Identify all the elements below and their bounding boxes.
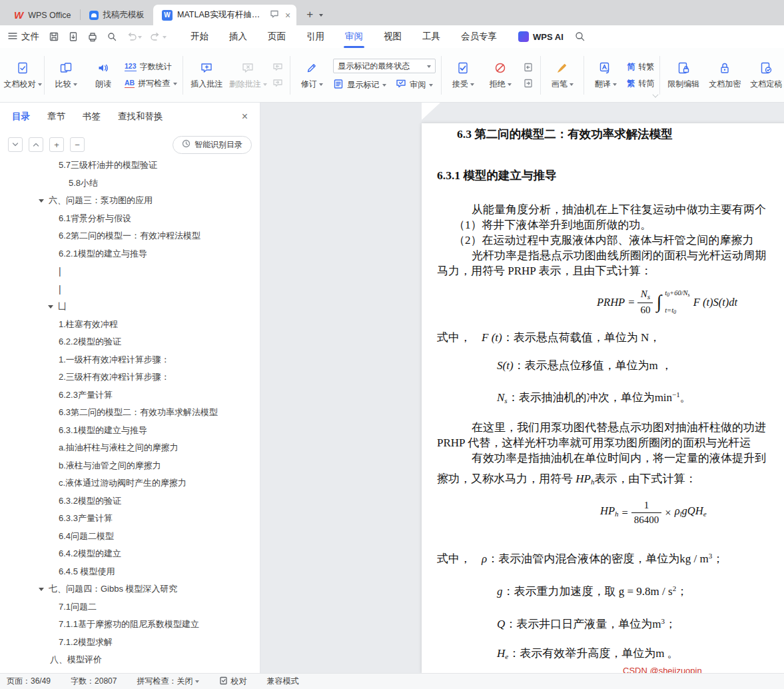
save-icon[interactable] [49, 31, 59, 42]
accept-button[interactable]: 接受 [444, 61, 482, 90]
menu-tab-0[interactable]: 开始 [189, 25, 210, 48]
close-tab-icon[interactable]: × [285, 10, 290, 21]
encrypt-document-button[interactable]: 文档加密 [704, 61, 745, 90]
toc-item[interactable]: 1.一级杆有效冲程计算步骤： [0, 351, 260, 369]
show-markup-button[interactable]: 显示标记 [333, 79, 386, 91]
toc-item[interactable]: 6.2.3产量计算 [0, 386, 260, 404]
compat-mode-status[interactable]: 兼容模式 [266, 676, 298, 687]
to-simplified-button[interactable]: 繁 转简 [627, 78, 654, 89]
writer-doc-icon: W [162, 10, 173, 21]
toc-item[interactable]: 7.1问题二 [0, 598, 260, 616]
toc-item[interactable]: 6.2.1模型的建立与推导 [0, 245, 260, 263]
print-icon[interactable] [87, 31, 98, 42]
tab-list-chevron-icon[interactable] [319, 14, 323, 19]
tab-chapters[interactable]: 章节 [47, 111, 65, 123]
insert-comment-button[interactable]: 插入批注 [186, 61, 227, 90]
delete-comment-button[interactable]: 删除批注 [227, 61, 268, 90]
markup-state-select[interactable]: 显示标记的最终状态 [333, 59, 436, 73]
toc-item[interactable]: 6.3.3产量计算 [0, 510, 260, 528]
previous-change-button[interactable] [522, 61, 535, 73]
definition-line: He：表示有效举升高度，单位为m 。 [437, 646, 784, 664]
toc-item[interactable]: c.液体通过游动阀时产生的摩擦力 [0, 474, 260, 492]
finalize-document-button[interactable]: 文档定稿 [745, 61, 784, 90]
close-panel-icon[interactable]: × [242, 111, 248, 123]
new-tab-button[interactable]: + [302, 7, 318, 23]
menu-tab-7[interactable]: 会员专享 [460, 25, 498, 48]
tab-bookmarks[interactable]: 书签 [83, 111, 101, 123]
document-page[interactable]: 6.3 第二问的模型二：有效功率求解法模型 6.3.1 模型的建立与推导 从能量… [422, 123, 784, 673]
chevron-up-button[interactable] [29, 137, 43, 152]
compare-button[interactable]: 比较 [47, 61, 85, 90]
toc-item[interactable]: 6.3第二问的模型二：有效功率求解法模型 [0, 404, 260, 422]
menu-tab-4[interactable]: 审阅 [344, 25, 364, 48]
next-comment-button[interactable] [271, 77, 284, 89]
toc-item[interactable]: 6.3.1模型的建立与推导 [0, 422, 260, 440]
next-change-button[interactable] [522, 77, 535, 89]
toc-item[interactable]: 2.三级杆有效冲程计算步骤： [0, 368, 260, 386]
toc-item[interactable]: 凵 [0, 298, 260, 316]
spell-check-status[interactable]: 拼写检查：关闭 [137, 676, 199, 687]
comment-bubble-icon[interactable] [270, 9, 279, 21]
toc-item[interactable]: 6.1背景分析与假设 [0, 210, 260, 228]
reject-button[interactable]: 拒绝 [482, 61, 519, 90]
menu-tab-6[interactable]: 工具 [421, 25, 442, 48]
menu-tab-5[interactable]: 视图 [382, 25, 403, 48]
toc-item[interactable]: 6.4.5 模型使用 [0, 563, 260, 581]
toc-item[interactable]: 七、问题四：Gibbs 模型深入研究 [0, 580, 260, 598]
formula-prhp: PRHP = Ns 60 ∫ t0+60/Ns t=t0 F (t)S(t)dt [597, 287, 784, 317]
spell-check-button[interactable]: AB 拼写检查 [125, 78, 177, 89]
ink-pen-button[interactable]: 画笔 [544, 61, 581, 90]
menu-tab-2[interactable]: 页面 [266, 25, 287, 48]
tab-toc[interactable]: 目录 [12, 111, 30, 123]
translate-button[interactable]: 翻译 [587, 61, 624, 90]
toc-item[interactable]: 6.4问题二模型 [0, 528, 260, 546]
toc-item[interactable]: | [0, 281, 260, 299]
doc-proof-button[interactable]: 文档校对 [4, 61, 41, 90]
tab-find-replace[interactable]: 查找和替换 [118, 111, 163, 123]
toc-item[interactable]: 5.8小结 [0, 175, 260, 193]
toc-item[interactable]: 5.7三级杆油井的模型验证 [0, 159, 260, 175]
toc-item[interactable]: 6.2第二问的模型一：有效冲程法模型 [0, 227, 260, 245]
toc-item[interactable]: 八、模型评价 [0, 651, 260, 669]
collapse-arrow-icon[interactable] [39, 199, 44, 205]
read-aloud-button[interactable]: 朗读 [85, 61, 122, 90]
restrict-editing-button[interactable]: 限制编辑 [663, 61, 704, 90]
collapse-button[interactable]: − [70, 137, 85, 152]
proof-status[interactable]: 校对 [219, 676, 246, 687]
redo-icon[interactable] [151, 31, 167, 42]
toc-item[interactable]: b.液柱与油管之间的摩擦力 [0, 457, 260, 475]
collapse-arrow-icon[interactable] [39, 588, 44, 594]
menu-tab-1[interactable]: 插入 [228, 25, 248, 48]
search-icon[interactable] [574, 31, 585, 43]
menu-tab-3[interactable]: 引用 [305, 25, 326, 48]
toc-item[interactable]: 6.2.2模型的验证 [0, 333, 260, 351]
tab-current-document[interactable]: W MATLAB实现有杆抽油系统的 × [153, 5, 296, 25]
expand-button[interactable]: + [49, 137, 64, 152]
undo-icon[interactable] [126, 31, 142, 42]
page-indicator[interactable]: 页面：36/49 [7, 676, 51, 687]
collapse-arrow-icon[interactable] [48, 305, 53, 311]
dialog-launcher-icon[interactable] [653, 91, 659, 97]
print-preview-icon[interactable] [107, 31, 117, 42]
export-pdf-icon[interactable] [68, 31, 79, 42]
toc-item[interactable]: 1.柱塞有效冲程 [0, 316, 260, 334]
toc-item[interactable]: a.抽油杆柱与液柱之间的摩擦力 [0, 439, 260, 457]
word-count-button[interactable]: 123 字数统计 [125, 61, 177, 73]
wps-ai-button[interactable]: WPS AI [518, 31, 564, 42]
review-pane-button[interactable]: 审阅 [396, 79, 433, 91]
toc-item[interactable]: 6.3.2模型的验证 [0, 492, 260, 510]
toc-item[interactable]: | [0, 263, 260, 281]
tab-docer-template[interactable]: 找稿壳模板 [81, 5, 154, 25]
previous-comment-button[interactable] [271, 61, 284, 73]
track-changes-button[interactable]: 修订 [293, 61, 330, 90]
toc-item[interactable]: 6.4.2模型的建立 [0, 545, 260, 563]
toc-item[interactable]: 六、问题三：泵功图的应用 [0, 192, 260, 210]
chevron-down-button[interactable] [8, 137, 23, 152]
tab-wps-office[interactable]: W WPS Office [5, 5, 80, 25]
word-count-status[interactable]: 字数：20807 [71, 676, 117, 687]
toc-item[interactable]: 7.1.1基于摩擦功的阻尼系数模型建立 [0, 616, 260, 634]
file-menu-button[interactable]: 文件 [8, 31, 39, 43]
to-traditional-button[interactable]: 简 转繁 [627, 61, 654, 73]
toc-item[interactable]: 7.1.2模型求解 [0, 634, 260, 652]
smart-toc-button[interactable]: 智能识别目录 [173, 136, 252, 154]
